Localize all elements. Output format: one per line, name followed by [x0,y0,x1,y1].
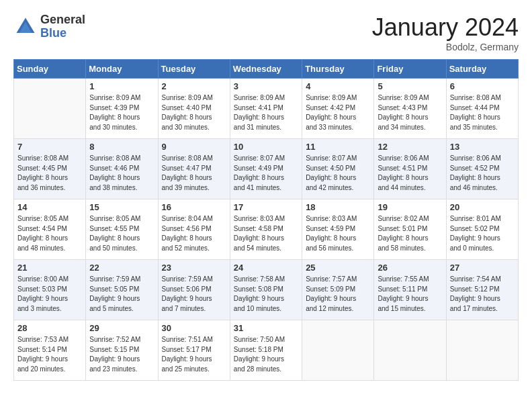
day-number: 21 [17,263,82,273]
day-info: Sunrise: 8:09 AM Sunset: 4:39 PM Dayligh… [89,93,154,132]
calendar-cell: 9Sunrise: 8:08 AM Sunset: 4:47 PM Daylig… [158,139,230,199]
day-info: Sunrise: 8:07 AM Sunset: 4:49 PM Dayligh… [234,154,298,193]
calendar-cell: 1Sunrise: 8:09 AM Sunset: 4:39 PM Daylig… [86,79,158,139]
day-info: Sunrise: 8:06 AM Sunset: 4:51 PM Dayligh… [378,154,442,193]
day-info: Sunrise: 8:08 AM Sunset: 4:44 PM Dayligh… [450,93,515,132]
day-number: 14 [17,202,82,212]
logo: General Blue [13,13,85,40]
logo-text: General Blue [40,13,85,40]
logo-blue: Blue [40,27,85,40]
calendar-cell: 19Sunrise: 8:02 AM Sunset: 5:01 PM Dayli… [374,199,446,260]
day-number: 16 [162,202,226,212]
calendar-cell: 3Sunrise: 8:09 AM Sunset: 4:41 PM Daylig… [230,79,302,139]
day-number: 10 [234,142,298,152]
week-row-2: 14Sunrise: 8:05 AM Sunset: 4:54 PM Dayli… [14,199,519,260]
calendar-cell: 26Sunrise: 7:55 AM Sunset: 5:11 PM Dayli… [374,260,446,320]
day-number: 19 [378,202,442,212]
day-info: Sunrise: 7:53 AM Sunset: 5:14 PM Dayligh… [17,335,82,374]
calendar-cell: 21Sunrise: 8:00 AM Sunset: 5:03 PM Dayli… [14,260,86,320]
day-info: Sunrise: 8:05 AM Sunset: 4:55 PM Dayligh… [89,214,154,253]
day-info: Sunrise: 8:08 AM Sunset: 4:47 PM Dayligh… [162,154,226,193]
weekday-header-tuesday: Tuesday [158,60,230,79]
day-info: Sunrise: 7:55 AM Sunset: 5:11 PM Dayligh… [378,275,442,314]
page-header: General Blue January 2024 Bodolz, German… [13,13,519,52]
day-info: Sunrise: 7:58 AM Sunset: 5:08 PM Dayligh… [234,275,298,314]
logo-general: General [40,13,85,27]
calendar-cell: 23Sunrise: 7:59 AM Sunset: 5:06 PM Dayli… [158,260,230,320]
day-info: Sunrise: 8:08 AM Sunset: 4:45 PM Dayligh… [17,154,82,193]
day-number: 7 [17,142,82,152]
weekday-header-monday: Monday [86,60,158,79]
month-title: January 2024 [372,13,519,42]
day-number: 20 [450,202,515,212]
calendar-cell [302,320,374,381]
calendar-cell: 28Sunrise: 7:53 AM Sunset: 5:14 PM Dayli… [14,320,86,381]
day-number: 27 [450,263,515,273]
day-number: 4 [306,81,370,91]
week-row-3: 21Sunrise: 8:00 AM Sunset: 5:03 PM Dayli… [14,260,519,320]
week-row-0: 1Sunrise: 8:09 AM Sunset: 4:39 PM Daylig… [14,79,519,139]
day-number: 28 [17,323,82,333]
calendar-cell: 17Sunrise: 8:03 AM Sunset: 4:58 PM Dayli… [230,199,302,260]
calendar-cell: 14Sunrise: 8:05 AM Sunset: 4:54 PM Dayli… [14,199,86,260]
day-number: 17 [234,202,298,212]
day-number: 18 [306,202,370,212]
calendar-cell: 11Sunrise: 8:07 AM Sunset: 4:50 PM Dayli… [302,139,374,199]
calendar-cell: 24Sunrise: 7:58 AM Sunset: 5:08 PM Dayli… [230,260,302,320]
day-number: 25 [306,263,370,273]
calendar-table: SundayMondayTuesdayWednesdayThursdayFrid… [13,59,519,381]
day-info: Sunrise: 7:51 AM Sunset: 5:17 PM Dayligh… [162,335,226,374]
day-info: Sunrise: 8:03 AM Sunset: 4:59 PM Dayligh… [306,214,370,253]
day-info: Sunrise: 8:03 AM Sunset: 4:58 PM Dayligh… [234,214,298,253]
day-info: Sunrise: 8:00 AM Sunset: 5:03 PM Dayligh… [17,275,82,314]
day-number: 9 [162,142,226,152]
day-number: 8 [89,142,154,152]
day-number: 22 [89,263,154,273]
day-info: Sunrise: 7:54 AM Sunset: 5:12 PM Dayligh… [450,275,515,314]
weekday-header-saturday: Saturday [446,60,518,79]
title-area: January 2024 Bodolz, Germany [372,13,519,52]
day-number: 29 [89,323,154,333]
calendar-cell [14,79,86,139]
calendar-cell: 12Sunrise: 8:06 AM Sunset: 4:51 PM Dayli… [374,139,446,199]
day-number: 23 [162,263,226,273]
location: Bodolz, Germany [372,42,519,52]
day-number: 15 [89,202,154,212]
calendar-cell: 31Sunrise: 7:50 AM Sunset: 5:18 PM Dayli… [230,320,302,381]
calendar-cell: 16Sunrise: 8:04 AM Sunset: 4:56 PM Dayli… [158,199,230,260]
day-number: 5 [378,81,442,91]
weekday-header-friday: Friday [374,60,446,79]
week-row-1: 7Sunrise: 8:08 AM Sunset: 4:45 PM Daylig… [14,139,519,199]
day-number: 2 [162,81,226,91]
calendar-cell: 27Sunrise: 7:54 AM Sunset: 5:12 PM Dayli… [446,260,518,320]
day-number: 26 [378,263,442,273]
calendar-cell: 8Sunrise: 8:08 AM Sunset: 4:46 PM Daylig… [86,139,158,199]
day-number: 6 [450,81,515,91]
day-info: Sunrise: 7:59 AM Sunset: 5:05 PM Dayligh… [89,275,154,314]
weekday-header-thursday: Thursday [302,60,374,79]
day-number: 12 [378,142,442,152]
day-info: Sunrise: 8:09 AM Sunset: 4:43 PM Dayligh… [378,93,442,132]
day-info: Sunrise: 8:07 AM Sunset: 4:50 PM Dayligh… [306,154,370,193]
day-info: Sunrise: 8:02 AM Sunset: 5:01 PM Dayligh… [378,214,442,253]
calendar-cell: 6Sunrise: 8:08 AM Sunset: 4:44 PM Daylig… [446,79,518,139]
calendar-cell: 29Sunrise: 7:52 AM Sunset: 5:15 PM Dayli… [86,320,158,381]
calendar-cell: 30Sunrise: 7:51 AM Sunset: 5:17 PM Dayli… [158,320,230,381]
weekday-header-row: SundayMondayTuesdayWednesdayThursdayFrid… [14,60,519,79]
calendar-cell [446,320,518,381]
day-info: Sunrise: 7:52 AM Sunset: 5:15 PM Dayligh… [89,335,154,374]
day-info: Sunrise: 8:09 AM Sunset: 4:42 PM Dayligh… [306,93,370,132]
day-number: 1 [89,81,154,91]
day-number: 24 [234,263,298,273]
day-info: Sunrise: 8:09 AM Sunset: 4:41 PM Dayligh… [234,93,298,132]
day-number: 30 [162,323,226,333]
calendar-cell: 13Sunrise: 8:06 AM Sunset: 4:52 PM Dayli… [446,139,518,199]
week-row-4: 28Sunrise: 7:53 AM Sunset: 5:14 PM Dayli… [14,320,519,381]
day-info: Sunrise: 7:50 AM Sunset: 5:18 PM Dayligh… [234,335,298,374]
calendar-cell: 15Sunrise: 8:05 AM Sunset: 4:55 PM Dayli… [86,199,158,260]
calendar-cell: 18Sunrise: 8:03 AM Sunset: 4:59 PM Dayli… [302,199,374,260]
day-info: Sunrise: 7:57 AM Sunset: 5:09 PM Dayligh… [306,275,370,314]
calendar-cell: 22Sunrise: 7:59 AM Sunset: 5:05 PM Dayli… [86,260,158,320]
calendar-cell [374,320,446,381]
day-info: Sunrise: 8:05 AM Sunset: 4:54 PM Dayligh… [17,214,82,253]
